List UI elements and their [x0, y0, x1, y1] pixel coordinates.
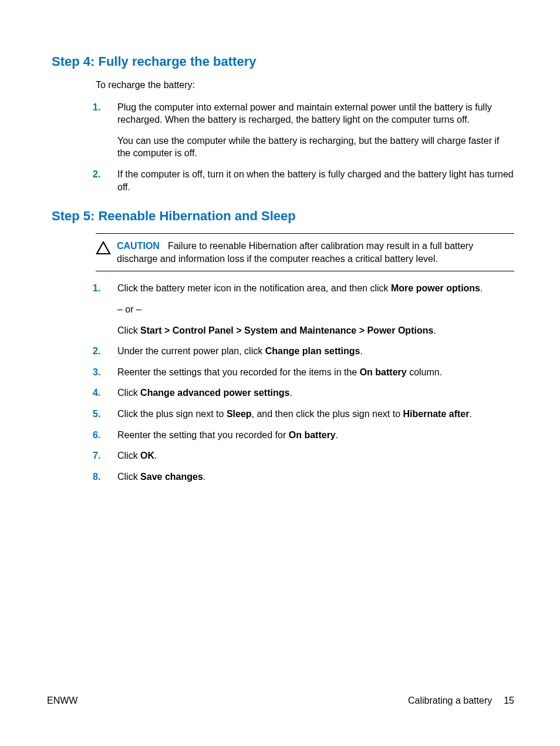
list-item: 4. Click Change advanced power settings. [93, 387, 514, 399]
footer-left: ENWW [47, 695, 77, 706]
footer-right: Calibrating a battery 15 [408, 695, 514, 706]
list-item: 1. Click the battery meter icon in the n… [93, 282, 514, 337]
caution-text: CAUTIONFailure to reenable Hibernation a… [117, 240, 514, 265]
document-page: Step 4: Fully recharge the battery To re… [0, 0, 560, 746]
item-content: Under the current power plan, click Chan… [117, 345, 514, 358]
item-content: Click Change advanced power settings. [117, 387, 514, 399]
item-content: Click the plus sign next to Sleep, and t… [117, 408, 514, 421]
item-content: Click OK. [117, 449, 514, 462]
list-item: 7. Click OK. [93, 449, 514, 462]
item-number: 2. [93, 168, 117, 193]
body-text: If the computer is off, turn it on when … [117, 168, 514, 193]
or-separator: – or – [117, 303, 514, 316]
caution-box: CAUTIONFailure to reenable Hibernation a… [96, 233, 514, 271]
item-content: Click Save changes. [117, 471, 514, 483]
page-footer: ENWW Calibrating a battery 15 [47, 695, 514, 706]
body-text: Click the battery meter icon in the noti… [117, 282, 514, 295]
item-number: 4. [93, 387, 117, 399]
list-item: 1. Plug the computer into external power… [93, 101, 514, 160]
item-content: If the computer is off, turn it on when … [117, 168, 514, 193]
item-content: Reenter the settings that you recorded f… [117, 366, 514, 379]
list-item: 2. If the computer is off, turn it on wh… [93, 168, 514, 193]
body-text: You can use the computer while the batte… [117, 135, 514, 160]
footer-section-title: Calibrating a battery [408, 695, 492, 706]
item-content: Reenter the setting that you recorded fo… [117, 429, 514, 442]
step5-list: 1. Click the battery meter icon in the n… [93, 282, 514, 483]
list-item: 2. Under the current power plan, click C… [93, 345, 514, 358]
body-text: Failure to reenable Hibernation after ca… [117, 241, 473, 264]
step4-intro: To recharge the battery: [96, 79, 514, 92]
item-number: 3. [93, 366, 117, 379]
item-number: 1. [93, 282, 117, 337]
item-number: 5. [93, 408, 117, 421]
item-number: 1. [93, 101, 117, 160]
list-item: 6. Reenter the setting that you recorded… [93, 429, 514, 442]
list-item: 5. Click the plus sign next to Sleep, an… [93, 408, 514, 421]
item-number: 7. [93, 449, 117, 462]
item-content: Plug the computer into external power an… [117, 101, 514, 160]
list-item: 3. Reenter the settings that you recorde… [93, 366, 514, 379]
item-content: Click the battery meter icon in the noti… [117, 282, 514, 337]
step5-heading: Step 5: Reenable Hibernation and Sleep [52, 209, 514, 224]
caution-icon [96, 240, 117, 265]
list-item: 8. Click Save changes. [93, 471, 514, 483]
body-text: Click Start > Control Panel > System and… [117, 324, 514, 337]
step4-list: 1. Plug the computer into external power… [93, 101, 514, 194]
item-number: 8. [93, 471, 117, 483]
body-text: Plug the computer into external power an… [117, 101, 514, 126]
page-number: 15 [504, 695, 514, 706]
step4-heading: Step 4: Fully recharge the battery [52, 54, 514, 69]
item-number: 6. [93, 429, 117, 442]
item-number: 2. [93, 345, 117, 358]
caution-label: CAUTION [117, 241, 160, 251]
